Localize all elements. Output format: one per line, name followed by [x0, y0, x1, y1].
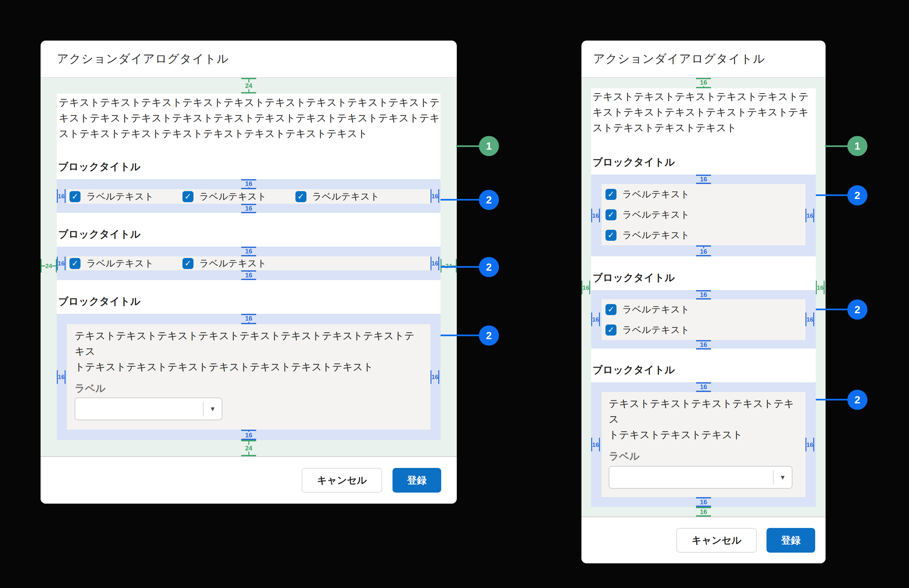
select-input[interactable]: [609, 466, 793, 489]
spacing-marker-16: 16: [241, 247, 256, 256]
checkbox-item[interactable]: ラベルテキスト: [602, 320, 805, 340]
spacing-marker-16: 16: [57, 257, 67, 270]
callout-line-blue: [816, 399, 849, 401]
checkbox-checked-icon[interactable]: [183, 258, 194, 269]
block-title-2: ブロックタイトル: [592, 272, 816, 284]
dialog-header: アクションダイアログタイトル: [40, 40, 457, 78]
spacing-marker-16: 16: [241, 430, 256, 440]
checkbox-item[interactable]: ラベルテキスト: [296, 190, 380, 203]
spacing-marker-16: 16: [696, 246, 711, 256]
checkbox-checked-icon[interactable]: [70, 191, 81, 202]
spacing-marker-top-16: 16: [696, 78, 711, 88]
callout-badge-2: 2: [479, 190, 499, 210]
submit-button[interactable]: 登録: [767, 528, 815, 552]
callout-badge-1: 1: [479, 136, 499, 156]
cancel-button[interactable]: キャンセル: [676, 528, 757, 552]
select-label: ラベル: [609, 451, 798, 462]
block-title-3: ブロックタイトル: [592, 364, 816, 376]
callout-badge-1: 1: [847, 136, 867, 156]
select-arrow-zone[interactable]: [203, 401, 222, 416]
spacing-marker-16: 16: [696, 290, 711, 299]
checkbox-checked-icon[interactable]: [605, 230, 616, 241]
submit-button[interactable]: 登録: [393, 468, 441, 493]
callout-line-blue: [440, 199, 480, 200]
dialog-content: テキストテキストテキストテキストテキストテキストテキストテキストテキストテ キス…: [57, 94, 440, 440]
callout-line-blue: [816, 194, 849, 196]
dropdown-arrow-icon: [209, 405, 216, 413]
checkbox-label: ラベルテキスト: [199, 190, 267, 203]
dropdown-arrow-icon: [780, 474, 786, 481]
select-input[interactable]: [75, 397, 222, 420]
spacing-marker-16: 16: [591, 208, 602, 222]
checkbox-checked-icon[interactable]: [605, 325, 616, 336]
checkbox-checked-icon[interactable]: [296, 191, 306, 202]
callout-badge-2: 2: [847, 185, 867, 205]
checkbox-label: ラベルテキスト: [622, 208, 690, 221]
spacing-marker-left-24: 24: [40, 259, 57, 273]
callout-line-green: [825, 145, 849, 147]
checkbox-checked-icon[interactable]: [605, 189, 616, 200]
dialog-header: アクションダイアログタイトル: [581, 40, 826, 78]
intro-text: テキストテキストテキストテキストテキストテキストテキストテキストテキストテ キス…: [57, 94, 440, 142]
checkbox-checked-icon[interactable]: [605, 209, 616, 220]
checkbox-item[interactable]: ラベルテキスト: [602, 299, 805, 320]
checkbox-row: ラベルテキスト ラベルテキスト: [67, 256, 430, 270]
spacing-marker-16: 16: [57, 189, 67, 203]
checkbox-item[interactable]: ラベルテキスト: [183, 190, 267, 203]
checkbox-item[interactable]: ラベルテキスト: [602, 225, 805, 246]
spacing-marker-16: 16: [57, 370, 67, 384]
checkbox-checked-icon[interactable]: [605, 304, 616, 315]
checkbox-item[interactable]: ラベルテキスト: [183, 257, 267, 270]
checkbox-item[interactable]: ラベルテキスト: [70, 190, 154, 203]
checkbox-item[interactable]: ラベルテキスト: [602, 204, 805, 225]
block-title-2: ブロックタイトル: [58, 228, 440, 240]
spacing-marker-16: 16: [696, 382, 711, 392]
spacing-marker-16: 16: [241, 314, 256, 324]
spacing-marker-16: 16: [696, 174, 711, 184]
spacing-band-form: 16 16 16 16 テキストテキストテキストテキストテキス トテキストテキス…: [591, 382, 816, 507]
spacing-band-checkbox-stack-2: 16 16 16 16 ラベルテキスト: [591, 290, 816, 349]
block-title-1: ブロックタイトル: [58, 161, 440, 173]
spacing-marker-right-24: 24: [440, 259, 457, 273]
checkbox-label: ラベルテキスト: [312, 190, 380, 203]
callout-badge-2: 2: [479, 257, 499, 277]
select-arrow-zone[interactable]: [773, 470, 792, 485]
select-label: ラベル: [75, 383, 423, 394]
checkbox-item[interactable]: ラベルテキスト: [70, 257, 154, 270]
dialog-title: アクションダイアログタイトル: [593, 51, 765, 67]
checkbox-label: ラベルテキスト: [622, 303, 690, 316]
spacing-marker-16: 16: [591, 312, 602, 326]
cancel-button[interactable]: キャンセル: [302, 468, 382, 493]
dialog-mobile: アクションダイアログタイトル 16 16 16 16 テキストテキストテキストテ…: [581, 40, 826, 563]
spacing-marker-16: 16: [696, 497, 711, 507]
spacing-marker-16: 16: [241, 204, 256, 213]
spacing-marker-16: 16: [805, 208, 816, 222]
spacing-band-form: 16 16 16 16 テキストテキストテキストテキストテキストテキストテキスト…: [57, 314, 440, 440]
dialog-footer: キャンセル 登録: [40, 456, 457, 504]
spacing-marker-right-16: 16: [816, 281, 826, 294]
panel-text: テキストテキストテキストテキストテキストテキストテキストテキストテキス トテキス…: [75, 328, 423, 375]
dialog-title: アクションダイアログタイトル: [57, 51, 229, 67]
spacing-band-checkbox-stack-1: 16 16 16 16 ラベルテキスト: [591, 174, 816, 256]
checkbox-label: ラベルテキスト: [86, 190, 154, 203]
block-title-1: ブロックタイトル: [592, 157, 816, 168]
spacing-marker-16: 16: [430, 257, 440, 270]
spacing-marker-16: 16: [805, 438, 816, 451]
checkbox-stack: ラベルテキスト ラベルテキスト ラベルテキスト: [602, 184, 805, 246]
intro-text: テキストテキストテキストテキストテキストテ キストテキストテキストテキストテキス…: [591, 88, 816, 136]
spacing-band-checkbox-row-1: 16 16 16 16 ラベルテキスト: [57, 179, 440, 213]
checkbox-label: ラベルテキスト: [199, 257, 267, 270]
spacing-marker-16: 16: [591, 438, 602, 451]
spacing-marker-bottom-24: 24: [241, 440, 256, 456]
callout-badge-2: 2: [479, 325, 499, 346]
spacing-marker-16: 16: [430, 189, 440, 203]
spec-canvas: アクションダイアログタイトル 24 24 24 24 テキストテキストテキストテ…: [0, 0, 909, 588]
dialog-desktop: アクションダイアログタイトル 24 24 24 24 テキストテキストテキストテ…: [40, 40, 457, 504]
checkbox-checked-icon[interactable]: [183, 191, 194, 202]
callout-line-green: [456, 145, 480, 147]
block-title-3: ブロックタイトル: [58, 296, 440, 307]
spacing-marker-16: 16: [696, 340, 711, 349]
checkbox-checked-icon[interactable]: [70, 258, 81, 269]
checkbox-label: ラベルテキスト: [86, 257, 154, 270]
checkbox-item[interactable]: ラベルテキスト: [602, 184, 805, 204]
